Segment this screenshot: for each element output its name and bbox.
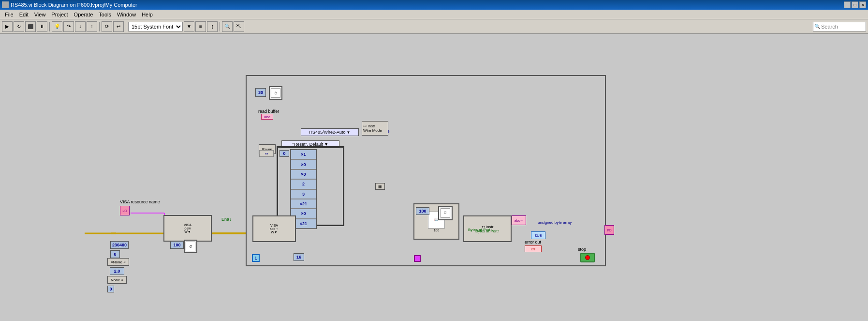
visa-resource-indicator[interactable]: I/O — [120, 206, 130, 215]
minimize-button[interactable]: _ — [844, 1, 851, 8]
pink-tunnel-bottom — [414, 255, 421, 262]
ub8-indicator: £U8 — [531, 231, 545, 239]
visa-resource-name-label: VISA resource name — [120, 199, 160, 204]
visa-write-node: VISAabc→W▼ — [252, 215, 296, 242]
maximize-button[interactable]: □ — [852, 1, 858, 8]
step-into-button[interactable]: ↓ — [75, 21, 86, 32]
wait-ms-icon-inner: ⏱ — [271, 88, 280, 97]
const-100-right: 100 — [416, 207, 429, 215]
wait-ms-icon-inner-2: ⏱ — [186, 242, 195, 251]
wait-ms-icon-top: ⏱ — [269, 86, 282, 100]
instr-wire-mode-node: ↤ Instr Wire Mode — [362, 121, 388, 136]
visa-abc-indicator: abc→ — [512, 215, 526, 225]
menu-tools[interactable]: Tools — [96, 11, 114, 18]
step-over-button[interactable]: ↷ — [63, 21, 74, 32]
ena-label: Ena↓ — [221, 217, 232, 222]
step-out-button[interactable]: ↑ — [87, 21, 97, 32]
abort-button[interactable]: ⬛ — [25, 21, 36, 32]
const-0: 0 — [107, 286, 114, 292]
none-dropdown-2[interactable]: None « — [107, 276, 127, 284]
title-text: RS485.vi Block Diagram on P600.lvproj/My… — [11, 2, 844, 8]
menu-help[interactable]: Help — [139, 11, 156, 18]
menu-file[interactable]: File — [2, 11, 16, 18]
search-diagram-button[interactable]: ⛏ — [234, 21, 244, 32]
font-select[interactable]: 15pt System Font — [128, 22, 183, 31]
app-icon — [2, 1, 9, 8]
align-button[interactable]: ≡ — [195, 21, 206, 32]
const-100-left: 100 — [170, 241, 184, 249]
stop-label: stop — [578, 247, 586, 252]
menu-edit[interactable]: Edit — [16, 11, 31, 18]
stop-circle-icon — [585, 255, 590, 260]
bytes-at-port-label: Bytes at Port↑ — [468, 228, 492, 232]
title-bar: RS485.vi Block Diagram on P600.lvproj/My… — [0, 0, 868, 10]
menu-bar: File Edit View Project Operate Tools Win… — [0, 10, 868, 19]
font-size-button[interactable]: ▼ — [184, 21, 194, 32]
visa-right-indicator[interactable]: I/O — [604, 225, 614, 235]
zoom-button[interactable]: 🔍 — [222, 21, 233, 32]
none-dropdown-1[interactable]: »None « — [107, 258, 129, 266]
build-array-node: ▦ — [375, 183, 385, 190]
error-cluster: err — [525, 245, 542, 252]
separator-4 — [220, 22, 220, 31]
search-wrapper: 🔍 — [813, 22, 866, 31]
run-continuously-button[interactable]: ↻ — [14, 21, 24, 32]
close-button[interactable]: ✕ — [859, 1, 866, 8]
menu-project[interactable]: Project — [48, 11, 71, 18]
wait-ms-icon-right: ⏱ — [438, 206, 453, 220]
run-button[interactable]: ▶ — [2, 21, 13, 32]
menu-view[interactable]: View — [31, 11, 49, 18]
string-indicator: abc — [261, 114, 273, 120]
stop-button[interactable] — [580, 253, 595, 262]
enum-value: ⇔ — [259, 150, 274, 157]
loop-index-1: 1 — [252, 254, 260, 262]
const-230400: 230400 — [110, 241, 129, 249]
undo-button[interactable]: ↩ — [113, 21, 124, 32]
rs485-dropdown[interactable]: RS485/Wire2-Auto ▼ — [301, 128, 359, 136]
separator-1 — [49, 22, 50, 31]
window-controls[interactable]: _ □ ✕ — [844, 1, 866, 8]
read-buffer-label: read buffer — [258, 109, 279, 114]
menu-operate[interactable]: Operate — [71, 11, 96, 18]
const-30: 30 — [255, 88, 266, 97]
toolbar: ▶ ↻ ⬛ ⏸ 💡 ↷ ↓ ↑ ⟳ ↩ 15pt System Font ▼ ≡… — [0, 19, 868, 34]
error-out-label: error out — [525, 240, 541, 245]
visa-configure-serial-node: VISAdewW▼ — [163, 215, 212, 242]
const-2-0: 2.0 — [110, 267, 124, 275]
separator-3 — [126, 22, 126, 31]
unsigned-byte-array-label: unsigned byte array — [538, 220, 572, 225]
cleanup-button[interactable]: ⟳ — [102, 21, 112, 32]
highlight-button[interactable]: 💡 — [52, 21, 62, 32]
wait-ms-icon-left: ⏱ — [184, 240, 197, 253]
distribute-button[interactable]: ⫿ — [207, 21, 218, 32]
separator-2 — [99, 22, 100, 31]
const-8: 8 — [110, 250, 120, 258]
pause-button[interactable]: ⏸ — [37, 21, 47, 32]
search-input[interactable] — [821, 24, 865, 30]
block-diagram-canvas: 30 ⏱ read buffer abc RS485/Wire2-Auto ▼ … — [0, 34, 868, 321]
menu-window[interactable]: Window — [114, 11, 139, 18]
array-index: 0 — [280, 150, 289, 157]
search-icon: 🔍 — [814, 24, 820, 29]
const-16: 16 — [294, 253, 304, 261]
wait-ms-icon-inner-3: ⏱ — [441, 208, 451, 218]
